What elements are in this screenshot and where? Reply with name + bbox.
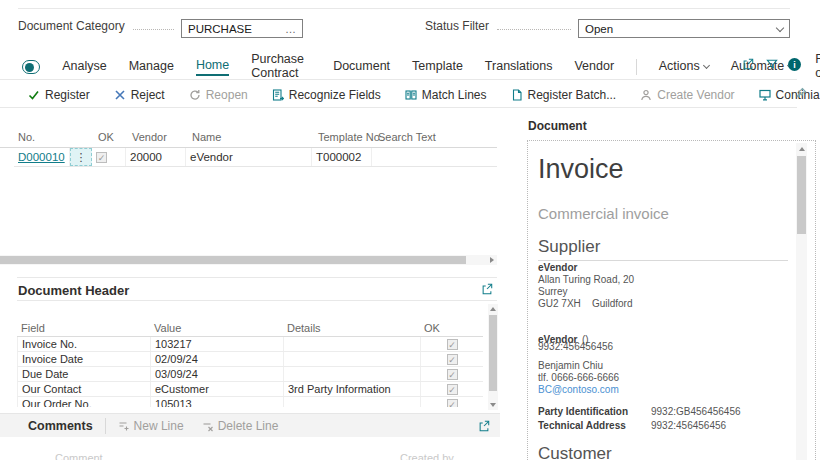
scroll-down-button[interactable]	[488, 400, 498, 410]
supplier-address-line2: Surrey	[538, 286, 567, 298]
col-header-search-text[interactable]: Search Text	[378, 131, 436, 143]
contact-phone: tlf. 0666-666-6666	[538, 372, 619, 384]
reopen-icon	[189, 89, 201, 101]
dh-col-value[interactable]: Value	[154, 322, 181, 334]
toggle-knob-icon	[25, 63, 34, 72]
contact-email-link[interactable]: BC@contoso.com	[538, 384, 619, 396]
cell-name: eVendor	[186, 148, 312, 166]
table-row[interactable]: Our Contact eCustomer 3rd Party Informat…	[17, 382, 483, 397]
document-panel-title: Document	[528, 119, 587, 133]
document-no-link[interactable]: D000010	[18, 151, 65, 163]
menu-tab-analyse[interactable]: Analyse	[62, 59, 106, 75]
menu-actions-dropdown[interactable]: Actions	[659, 59, 709, 75]
scroll-right-button[interactable]	[486, 255, 497, 265]
recognize-fields-button[interactable]: Recognize Fields	[272, 88, 381, 102]
lookup-ellipsis-icon[interactable]: …	[285, 23, 296, 35]
menu-tab-template[interactable]: Template	[412, 59, 463, 75]
reopen-button[interactable]: Reopen	[189, 88, 248, 102]
table-row[interactable]: Invoice Date 02/09/24 ✓	[17, 352, 483, 367]
document-preview[interactable]: Invoice Commercial invoice Supplier eVen…	[527, 140, 816, 460]
pin-pane-button[interactable]	[795, 87, 807, 99]
row-options-button[interactable]: ⋮	[70, 148, 92, 166]
check-icon: ✓	[98, 153, 106, 163]
create-vendor-button[interactable]: Create Vendor	[640, 88, 734, 102]
dh-col-ok[interactable]: OK	[424, 322, 440, 334]
document-category-input[interactable]: PURCHASE …	[181, 19, 303, 38]
col-header-ok[interactable]: OK	[98, 131, 114, 143]
details-info-button[interactable]: i	[788, 58, 801, 71]
arrow-right-icon	[490, 257, 494, 263]
menu-tab-purchase-contract[interactable]: Purchase Contract	[251, 52, 311, 82]
person-icon	[640, 89, 652, 101]
comments-col-created: Created by	[400, 452, 454, 460]
menu-tab-document[interactable]: Document	[333, 59, 390, 75]
cell-template-no: T000002	[312, 148, 372, 166]
ok-checkbox[interactable]: ✓	[447, 384, 458, 395]
chevron-down-icon	[776, 23, 784, 31]
ok-checkbox[interactable]: ✓	[447, 369, 458, 380]
ok-checkbox[interactable]: ✓	[447, 399, 458, 408]
menu-tab-vendor[interactable]: Vendor	[574, 59, 614, 75]
comments-share-button[interactable]	[478, 420, 490, 432]
vertical-ellipsis-icon: ⋮	[76, 151, 87, 164]
dh-col-details[interactable]: Details	[287, 322, 321, 334]
share-button[interactable]	[742, 58, 754, 70]
document-category-label: Document Category	[18, 19, 125, 33]
info-icon: i	[793, 60, 796, 70]
dh-col-field[interactable]: Field	[21, 322, 45, 334]
new-line-button[interactable]: New Line	[118, 419, 184, 433]
dotted-leader	[497, 29, 571, 30]
check-icon: ✓	[448, 385, 456, 395]
menu-automate-dropdown[interactable]: Automate	[731, 59, 794, 75]
menu-separator	[636, 59, 637, 75]
status-filter-select[interactable]: Open	[578, 19, 790, 38]
document-header-share-button[interactable]	[481, 283, 493, 295]
share-icon	[481, 283, 493, 295]
delete-line-button[interactable]: Delete Line	[202, 419, 279, 433]
share-icon	[742, 58, 754, 70]
ok-checkbox[interactable]: ✓	[96, 152, 107, 163]
col-header-template-no[interactable]: Template No.	[318, 131, 383, 143]
document-scroll-up-button[interactable]	[796, 143, 807, 154]
filter-button[interactable]	[766, 58, 778, 70]
menu-fewer-options[interactable]: Fewer options	[815, 52, 820, 82]
register-batch-icon	[511, 89, 523, 101]
document-scrollbar-thumb[interactable]	[797, 156, 806, 234]
status-filter-value: Open	[585, 23, 777, 35]
table-row[interactable]: Our Order No. 105013 ✓	[17, 397, 483, 407]
recognize-fields-icon	[272, 89, 284, 101]
actionbar-toggle[interactable]	[22, 60, 40, 74]
horizontal-scrollbar-thumb[interactable]	[0, 256, 466, 264]
supplier-address-line3: GU2 7XH Guildford	[538, 298, 632, 310]
register-button[interactable]: Register	[28, 88, 90, 102]
col-header-no[interactable]: No.	[18, 131, 35, 143]
party-identification-value: 9932:GB456456456	[651, 406, 741, 418]
continia-hub-button[interactable]: Continia Hub	[759, 88, 820, 102]
invoice-heading: Invoice	[538, 154, 624, 185]
table-row[interactable]: D000010 ⋮ ✓ 20000 eVendor T000002	[14, 148, 497, 167]
menu-tab-translations[interactable]: Translations	[485, 59, 553, 75]
scroll-up-button[interactable]	[488, 304, 498, 314]
ok-checkbox[interactable]: ✓	[447, 354, 458, 365]
vertical-scrollbar-thumb[interactable]	[489, 315, 497, 391]
register-batch-button[interactable]: Register Batch...	[511, 88, 617, 102]
cell-ok: ✓	[92, 148, 126, 166]
ok-checkbox[interactable]: ✓	[447, 339, 458, 350]
check-icon: ✓	[448, 400, 456, 408]
table-row[interactable]: Due Date 03/09/24 ✓	[17, 367, 483, 382]
cell-no: D000010	[14, 148, 70, 166]
document-header-table: Invoice No. 103217 ✓ Invoice Date 02/09/…	[17, 337, 483, 407]
menu-tab-home[interactable]: Home	[196, 58, 229, 76]
col-header-vendor[interactable]: Vendor	[132, 131, 167, 143]
monitor-icon	[759, 89, 771, 101]
reject-button[interactable]: Reject	[114, 88, 165, 102]
customer-heading: Customer	[538, 444, 612, 460]
menu-tab-manage[interactable]: Manage	[129, 59, 174, 75]
top-divider	[18, 8, 790, 9]
cell-search-text	[372, 148, 497, 166]
cell-vendor: 20000	[126, 148, 186, 166]
col-header-name[interactable]: Name	[192, 131, 221, 143]
new-line-icon	[118, 420, 130, 432]
table-row[interactable]: Invoice No. 103217 ✓	[17, 337, 483, 352]
match-lines-button[interactable]: Match Lines	[405, 88, 487, 102]
